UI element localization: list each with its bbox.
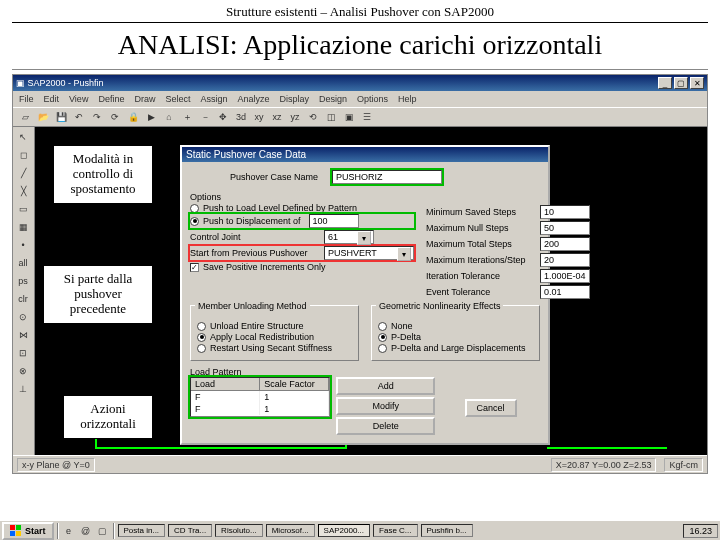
select-all-icon[interactable]: all	[15, 255, 31, 271]
status-coords: X=20.87 Y=0.00 Z=2.53	[551, 458, 657, 472]
view-yz-icon[interactable]: yz	[287, 109, 303, 125]
min-saved-label: Minimum Saved Steps	[426, 207, 536, 217]
new-icon[interactable]: ▱	[17, 109, 33, 125]
refresh-icon[interactable]: ⟳	[107, 109, 123, 125]
modify-button[interactable]: Modify	[336, 397, 435, 415]
zoom-in-icon[interactable]: ＋	[179, 109, 195, 125]
iter-tol-label: Iteration Tolerance	[426, 271, 536, 281]
snap-end-icon[interactable]: ⊡	[15, 345, 31, 361]
geo-opt-2[interactable]: P-Delta and Large Displacements	[378, 343, 533, 353]
shrink-icon[interactable]: ▣	[341, 109, 357, 125]
iter-tol-field[interactable]: 1.000E-04	[540, 269, 590, 283]
task-item[interactable]: Pushfin b...	[421, 524, 473, 537]
menu-file[interactable]: File	[19, 94, 34, 104]
prev-select-icon[interactable]: ps	[15, 273, 31, 289]
statusbar: x-y Plane @ Y=0 X=20.87 Y=0.00 Z=2.53 Kg…	[13, 455, 707, 473]
redo-icon[interactable]: ↷	[89, 109, 105, 125]
menu-select[interactable]: Select	[165, 94, 190, 104]
max-total-field[interactable]: 200	[540, 237, 590, 251]
menu-display[interactable]: Display	[279, 94, 309, 104]
pan-icon[interactable]: ✥	[215, 109, 231, 125]
task-item[interactable]: Risoluto...	[215, 524, 263, 537]
lp-cell-scale: 1	[260, 391, 329, 403]
push-disp-field[interactable]: 100	[309, 214, 359, 228]
min-saved-field[interactable]: 10	[540, 205, 590, 219]
callout-2: Si parte dalla pushover precedente	[43, 265, 153, 324]
task-item[interactable]: Microsof...	[266, 524, 315, 537]
app-icon: ▣	[16, 78, 25, 88]
task-item[interactable]: Posta in...	[118, 524, 166, 537]
clear-select-icon[interactable]: clr	[15, 291, 31, 307]
quick-shell-icon[interactable]: ▦	[15, 219, 31, 235]
ctrl-joint-field[interactable]: 61	[324, 230, 374, 244]
quick-ie-icon[interactable]: e	[62, 524, 76, 538]
max-null-field[interactable]: 50	[540, 221, 590, 235]
max-null-label: Maximum Null Steps	[426, 223, 536, 233]
clock[interactable]: 16.23	[683, 524, 718, 538]
menu-options[interactable]: Options	[357, 94, 388, 104]
menu-define[interactable]: Define	[98, 94, 124, 104]
event-tol-field[interactable]: 0.01	[540, 285, 590, 299]
geo-opt-1[interactable]: P-Delta	[378, 332, 533, 342]
sap2000-window: ▣ SAP2000 - Pushfin _ ▢ ✕ File Edit View…	[12, 74, 708, 474]
close-button[interactable]: ✕	[690, 77, 704, 89]
undo-icon[interactable]: ↶	[71, 109, 87, 125]
delete-button[interactable]: Delete	[336, 417, 435, 435]
snap-mid-icon[interactable]: ⋈	[15, 327, 31, 343]
run-icon[interactable]: ▶	[143, 109, 159, 125]
rotate-icon[interactable]: ⟲	[305, 109, 321, 125]
pointer-icon[interactable]: ↖	[15, 129, 31, 145]
view-xy-icon[interactable]: xy	[251, 109, 267, 125]
unload-opt-2[interactable]: Restart Using Secant Stiffness	[197, 343, 352, 353]
quick-desktop-icon[interactable]: ▢	[96, 524, 110, 538]
joint-icon[interactable]: •	[15, 237, 31, 253]
task-item-active[interactable]: SAP2000...	[318, 524, 370, 537]
zoom-full-icon[interactable]: ⌂	[161, 109, 177, 125]
cancel-button[interactable]: Cancel	[465, 399, 517, 417]
push-load-radio[interactable]: Push to Load Level Defined by Pattern	[190, 203, 414, 213]
geo-opt-0[interactable]: None	[378, 321, 533, 331]
case-name-field[interactable]: PUSHORIZ	[332, 170, 442, 184]
save-icon[interactable]: 💾	[53, 109, 69, 125]
draw-frame-icon[interactable]: ╱	[15, 165, 31, 181]
open-icon[interactable]: 📂	[35, 109, 51, 125]
save-positive-check[interactable]: ✓Save Positive Increments Only	[190, 262, 414, 272]
main-toolbar: ▱ 📂 💾 ↶ ↷ ⟳ 🔒 ▶ ⌂ ＋ － ✥ 3d xy xz yz ⟲ ◫ …	[13, 107, 707, 127]
max-iter-field[interactable]: 20	[540, 253, 590, 267]
maximize-button[interactable]: ▢	[674, 77, 688, 89]
snap-point-icon[interactable]: ⊙	[15, 309, 31, 325]
ground-line	[547, 447, 667, 449]
quick-frame-icon[interactable]: ╳	[15, 183, 31, 199]
unload-opt-1[interactable]: Apply Local Redistribution	[197, 332, 352, 342]
menu-design[interactable]: Design	[319, 94, 347, 104]
menu-view[interactable]: View	[69, 94, 88, 104]
perspective-icon[interactable]: ◫	[323, 109, 339, 125]
draw-shell-icon[interactable]: ▭	[15, 201, 31, 217]
task-item[interactable]: CD Tra...	[168, 524, 212, 537]
load-pattern-list[interactable]: LoadScale Factor F1 F1	[190, 377, 330, 417]
menu-draw[interactable]: Draw	[134, 94, 155, 104]
view-3d-icon[interactable]: 3d	[233, 109, 249, 125]
push-disp-radio[interactable]: Push to Displacement of 100	[190, 214, 414, 228]
menu-analyze[interactable]: Analyze	[237, 94, 269, 104]
start-button[interactable]: Start	[2, 522, 54, 540]
reshape-icon[interactable]: ◻	[15, 147, 31, 163]
status-units[interactable]: Kgf-cm	[664, 458, 703, 472]
start-prev-field[interactable]: PUSHVERT	[324, 246, 414, 260]
snap-intersect-icon[interactable]: ⊗	[15, 363, 31, 379]
minimize-button[interactable]: _	[658, 77, 672, 89]
task-item[interactable]: Fase C...	[373, 524, 417, 537]
zoom-out-icon[interactable]: －	[197, 109, 213, 125]
save-positive-label: Save Positive Increments Only	[203, 262, 326, 272]
lock-icon[interactable]: 🔒	[125, 109, 141, 125]
view-xz-icon[interactable]: xz	[269, 109, 285, 125]
lp-cell-load: F	[191, 403, 260, 415]
snap-perp-icon[interactable]: ⊥	[15, 381, 31, 397]
element-icon[interactable]: ☰	[359, 109, 375, 125]
menu-edit[interactable]: Edit	[44, 94, 60, 104]
add-button[interactable]: Add	[336, 377, 435, 395]
quick-outlook-icon[interactable]: @	[79, 524, 93, 538]
unload-opt-0[interactable]: Unload Entire Structure	[197, 321, 352, 331]
menu-help[interactable]: Help	[398, 94, 417, 104]
menu-assign[interactable]: Assign	[200, 94, 227, 104]
